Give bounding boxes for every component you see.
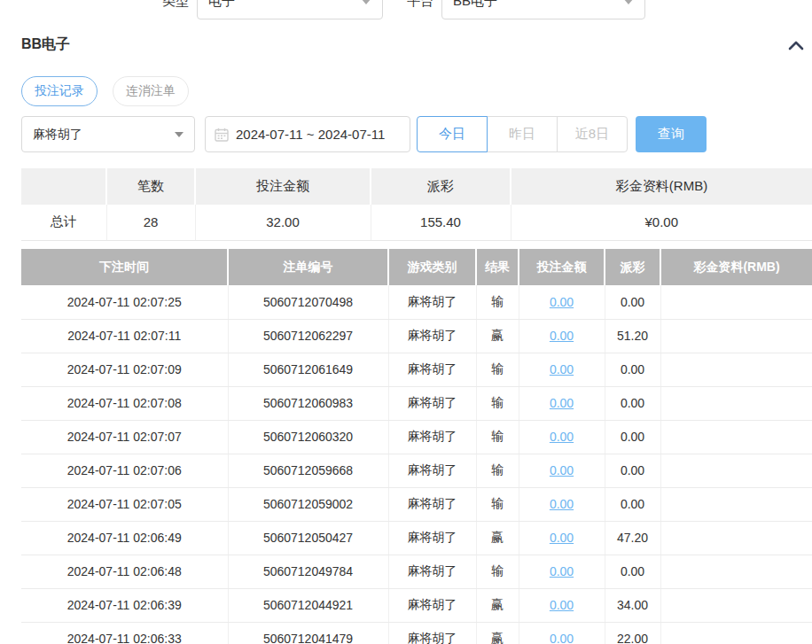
quick-date-group: 今日 昨日 近8日	[417, 116, 628, 152]
cell-game-type: 麻将胡了	[388, 622, 476, 644]
header-bonus: 彩金资料(RMB)	[660, 249, 812, 285]
filter-row: 麻将胡了 2024-07-11 ~ 2024-07-11 今日 昨日 近8日 查…	[21, 116, 707, 152]
summary-total-bet-amount: 32.00	[195, 205, 371, 240]
cell-order-id: 5060712044921	[228, 588, 388, 622]
cell-bet-amount: 0.00	[519, 521, 605, 555]
bet-amount-link[interactable]: 0.00	[550, 430, 574, 444]
bet-amount-link[interactable]: 0.00	[550, 463, 574, 477]
bet-amount-link[interactable]: 0.00	[550, 632, 574, 644]
cell-result: 输	[476, 285, 519, 319]
cell-order-id: 5060712050427	[228, 521, 388, 555]
table-row: 2024-07-11 02:07:05 5060712059002 麻将胡了 输…	[21, 487, 812, 521]
cell-bet-amount: 0.00	[519, 285, 605, 319]
cell-result: 输	[476, 353, 519, 386]
cell-game-type: 麻将胡了	[388, 487, 476, 521]
header-bet-time: 下注时间	[21, 249, 228, 285]
cell-bet-amount: 0.00	[519, 353, 605, 386]
bet-amount-link[interactable]: 0.00	[550, 564, 574, 578]
quick-last8days-button[interactable]: 近8日	[557, 116, 628, 152]
cell-bet-amount: 0.00	[519, 555, 605, 588]
game-select-value: 麻将胡了	[33, 127, 82, 143]
cell-bonus	[660, 420, 812, 454]
cell-bet-time: 2024-07-11 02:06:48	[21, 555, 228, 588]
quick-today-button[interactable]: 今日	[417, 116, 488, 152]
cell-order-id: 5060712059002	[228, 487, 388, 521]
cell-bet-time: 2024-07-11 02:07:09	[21, 353, 228, 386]
cell-payout: 0.00	[605, 285, 660, 319]
cell-order-id: 5060712059668	[228, 454, 388, 487]
cell-bonus	[660, 353, 812, 386]
cell-game-type: 麻将胡了	[388, 353, 476, 386]
section-header: BB电子	[21, 35, 806, 54]
cell-result: 输	[476, 454, 519, 487]
cell-bet-time: 2024-07-11 02:07:11	[21, 319, 228, 353]
cell-bet-amount: 0.00	[519, 588, 605, 622]
chevron-down-icon	[361, 0, 371, 4]
summary-total-label: 总计	[21, 205, 106, 240]
platform-select[interactable]: BB电子	[441, 0, 645, 19]
bet-amount-link[interactable]: 0.00	[550, 497, 574, 511]
bet-amount-link[interactable]: 0.00	[550, 329, 574, 343]
table-row: 2024-07-11 02:07:09 5060712061649 麻将胡了 输…	[21, 353, 812, 386]
table-row: 2024-07-11 02:06:33 5060712041479 麻将胡了 赢…	[21, 622, 812, 644]
cell-bet-amount: 0.00	[519, 386, 605, 420]
cell-result: 赢	[476, 319, 519, 353]
bet-amount-link[interactable]: 0.00	[550, 362, 574, 376]
cell-bonus	[660, 588, 812, 622]
type-label: 类型	[162, 0, 189, 10]
cell-payout: 51.20	[605, 319, 660, 353]
cell-game-type: 麻将胡了	[388, 588, 476, 622]
table-row: 2024-07-11 02:07:06 5060712059668 麻将胡了 输…	[21, 454, 812, 487]
table-row: 2024-07-11 02:07:07 5060712060320 麻将胡了 输…	[21, 420, 812, 454]
header-game-type: 游戏类别	[388, 249, 476, 285]
tab-betting-records[interactable]: 投注记录	[21, 76, 98, 106]
summary-total-bonus: ¥0.00	[511, 205, 812, 240]
cell-bonus	[660, 555, 812, 588]
header-order-id: 注单编号	[228, 249, 388, 285]
cell-order-id: 5060712070498	[228, 285, 388, 319]
game-select[interactable]: 麻将胡了	[21, 116, 195, 152]
cell-payout: 47.20	[605, 521, 660, 555]
summary-header-count: 笔数	[106, 168, 195, 205]
date-range-input[interactable]: 2024-07-11 ~ 2024-07-11	[205, 116, 410, 152]
cell-order-id: 5060712062297	[228, 319, 388, 353]
cell-payout: 0.00	[605, 420, 660, 454]
table-row: 2024-07-11 02:07:25 5060712070498 麻将胡了 输…	[21, 285, 812, 319]
cell-game-type: 麻将胡了	[388, 555, 476, 588]
cell-bet-amount: 0.00	[519, 319, 605, 353]
cell-bet-time: 2024-07-11 02:06:49	[21, 521, 228, 555]
cell-bet-time: 2024-07-11 02:07:07	[21, 420, 228, 454]
cell-payout: 0.00	[605, 386, 660, 420]
quick-yesterday-button[interactable]: 昨日	[487, 116, 558, 152]
cell-bet-time: 2024-07-11 02:07:05	[21, 487, 228, 521]
cell-game-type: 麻将胡了	[388, 454, 476, 487]
cell-order-id: 5060712060983	[228, 386, 388, 420]
top-filter-bar: 类型 电子 平台 BB电子	[162, 0, 645, 19]
records-table: 下注时间 注单编号 游戏类别 结果 投注金额 派彩 彩金资料(RMB) 2024…	[21, 249, 812, 644]
table-row: 2024-07-11 02:06:39 5060712044921 麻将胡了 赢…	[21, 588, 812, 622]
calendar-icon	[215, 128, 229, 142]
type-select[interactable]: 电子	[197, 0, 383, 19]
header-bet-amount: 投注金额	[519, 249, 605, 285]
collapse-button[interactable]	[786, 37, 806, 53]
search-button[interactable]: 查询	[636, 116, 707, 152]
cell-order-id: 5060712041479	[228, 622, 388, 644]
chevron-down-icon	[623, 0, 634, 4]
bet-amount-link[interactable]: 0.00	[550, 295, 574, 309]
bet-amount-link[interactable]: 0.00	[550, 598, 574, 612]
summary-header-payout: 派彩	[371, 168, 511, 205]
header-result: 结果	[476, 249, 519, 285]
cell-bonus	[660, 622, 812, 644]
cell-result: 输	[476, 555, 519, 588]
cell-payout: 22.00	[605, 622, 660, 644]
cell-bet-time: 2024-07-11 02:06:39	[21, 588, 228, 622]
bet-amount-link[interactable]: 0.00	[550, 396, 574, 410]
cell-result: 赢	[476, 588, 519, 622]
platform-label: 平台	[407, 0, 433, 10]
cell-bet-amount: 0.00	[519, 420, 605, 454]
cell-game-type: 麻将胡了	[388, 521, 476, 555]
summary-total-row: 总计 28 32.00 155.40 ¥0.00	[21, 205, 812, 240]
bet-amount-link[interactable]: 0.00	[550, 531, 574, 545]
cell-bonus	[660, 285, 812, 319]
tab-cancelled-orders[interactable]: 连消注单	[113, 76, 189, 106]
